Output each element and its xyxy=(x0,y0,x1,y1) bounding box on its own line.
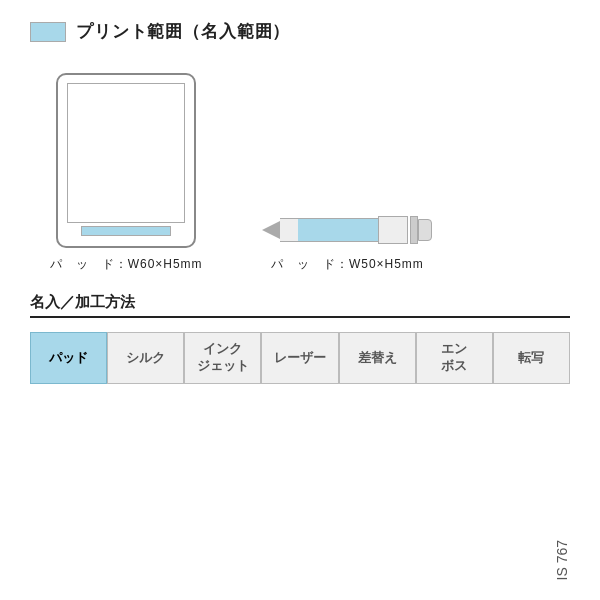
header-row: プリント範囲（名入範囲） xyxy=(30,20,570,43)
tablet-outline xyxy=(56,73,196,248)
page-wrapper: プリント範囲（名入範囲） パ ッ ド：W60×H5mm パ ッ ド：W50×H5… xyxy=(0,0,600,600)
pen-body-left xyxy=(280,218,298,242)
tablet-screen xyxy=(67,83,185,223)
header-title: プリント範囲（名入範囲） xyxy=(76,20,290,43)
pen-print-area xyxy=(298,218,378,242)
pen-end xyxy=(418,219,432,241)
pen-body-mid xyxy=(378,216,408,244)
method-pad[interactable]: パッド xyxy=(30,332,107,384)
pen-tip xyxy=(262,221,280,239)
method-sasikae[interactable]: 差替え xyxy=(339,332,416,384)
products-row: パ ッ ド：W60×H5mm パ ッ ド：W50×H5mm xyxy=(30,73,570,273)
pen-clip xyxy=(410,216,418,244)
method-silk[interactable]: シルク xyxy=(107,332,184,384)
method-laser[interactable]: レーザー xyxy=(261,332,338,384)
method-embo[interactable]: エンボス xyxy=(416,332,493,384)
method-transfer[interactable]: 転写 xyxy=(493,332,570,384)
methods-row: パッド シルク インクジェット レーザー 差替え エンボス 転写 xyxy=(30,332,570,384)
product-code: IS 767 xyxy=(554,540,570,580)
tablet-print-area xyxy=(81,226,171,236)
product1: パ ッ ド：W60×H5mm xyxy=(50,73,202,273)
pen-outline xyxy=(262,212,432,248)
method-inkjet[interactable]: インクジェット xyxy=(184,332,261,384)
product2: パ ッ ド：W50×H5mm xyxy=(262,212,432,273)
product2-label: パ ッ ド：W50×H5mm xyxy=(271,256,423,273)
product1-label: パ ッ ド：W60×H5mm xyxy=(50,256,202,273)
print-range-legend-box xyxy=(30,22,66,42)
section-title: 名入／加工方法 xyxy=(30,293,570,318)
